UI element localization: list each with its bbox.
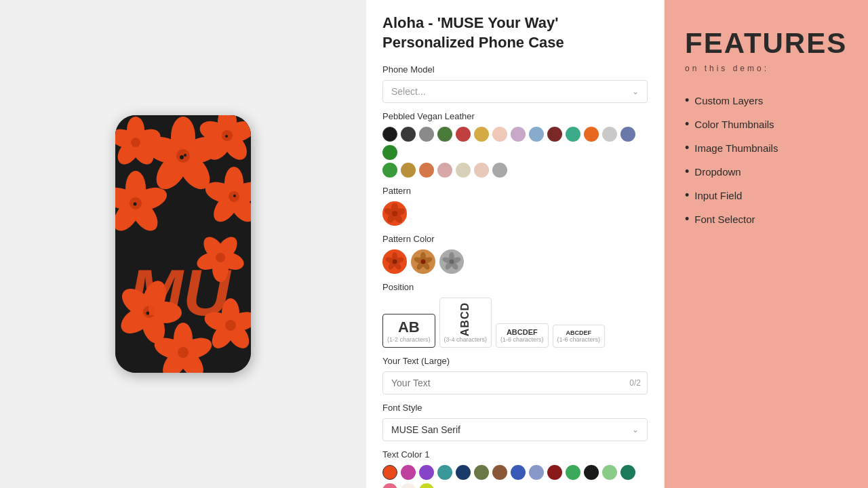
pattern-color-options bbox=[382, 249, 648, 274]
leather-color-swatch[interactable] bbox=[492, 163, 507, 178]
text-color1-swatch[interactable] bbox=[401, 483, 416, 488]
text-color1-swatch[interactable] bbox=[492, 465, 507, 480]
position-abcdef-xs-label: (1-6 characters) bbox=[557, 336, 601, 343]
text-color1-label: Text Color 1 bbox=[382, 449, 648, 460]
text-color1-swatch[interactable] bbox=[419, 483, 434, 488]
text-color1-swatch[interactable] bbox=[474, 465, 489, 480]
position-options: AB (1-2 characters) ABCD (3-4 characters… bbox=[382, 298, 648, 348]
product-title: Aloha - 'MUSE Your Way' Personalized Pho… bbox=[382, 14, 648, 52]
phone-model-label: Phone Model bbox=[382, 64, 648, 75]
position-abcdef-sm-text: ABCDEF bbox=[507, 328, 538, 336]
phone-case-preview: MU bbox=[115, 115, 251, 373]
leather-color-swatch[interactable] bbox=[401, 127, 416, 142]
leather-color-swatch[interactable] bbox=[566, 127, 580, 142]
position-abcdef-xs[interactable]: ABCDEF (1-6 characters) bbox=[553, 325, 606, 348]
position-abcdef-sm-label: (1-6 characters) bbox=[500, 336, 544, 343]
pattern-thumb-flower[interactable] bbox=[382, 201, 407, 226]
leather-color-swatch[interactable] bbox=[492, 127, 507, 142]
leather-color-swatch[interactable] bbox=[529, 127, 544, 142]
text-color1-swatch[interactable] bbox=[437, 465, 452, 480]
leather-color-swatch[interactable] bbox=[511, 127, 526, 142]
leather-label: Pebbled Vegan Leather bbox=[382, 111, 648, 121]
leather-color-swatch[interactable] bbox=[547, 127, 562, 142]
svg-point-8 bbox=[184, 154, 186, 157]
text-color1-swatch[interactable] bbox=[566, 465, 580, 480]
svg-point-15 bbox=[225, 135, 228, 138]
svg-text:MU: MU bbox=[129, 256, 232, 329]
leather-color-swatch[interactable] bbox=[620, 127, 635, 142]
leather-color-row2 bbox=[382, 163, 648, 178]
pattern-color-thumb[interactable] bbox=[382, 249, 407, 274]
chevron-down-icon: ⌄ bbox=[632, 87, 639, 96]
phone-model-placeholder: Select... bbox=[391, 86, 426, 97]
text-color1-swatch[interactable] bbox=[382, 465, 397, 480]
leather-color-swatch[interactable] bbox=[456, 127, 471, 142]
leather-color-swatch[interactable] bbox=[437, 163, 452, 178]
text-color1-swatch[interactable] bbox=[602, 465, 617, 480]
feature-item: Font Selector bbox=[685, 212, 848, 226]
text-color1-swatch[interactable] bbox=[547, 465, 562, 480]
position-abcd-label: (3-4 characters) bbox=[444, 336, 488, 343]
svg-point-28 bbox=[131, 138, 140, 147]
position-abcdef-xs-text: ABCDEF bbox=[566, 329, 592, 336]
pattern-color-thumb[interactable] bbox=[439, 249, 464, 274]
position-ab-text: AB bbox=[398, 319, 420, 336]
leather-color-row1 bbox=[382, 127, 648, 160]
svg-point-79 bbox=[421, 260, 426, 264]
svg-point-67 bbox=[392, 211, 397, 216]
pattern-label: Pattern bbox=[382, 186, 648, 196]
feature-item: Color Thumbnails bbox=[685, 117, 848, 131]
leather-color-swatch[interactable] bbox=[401, 163, 416, 178]
leather-color-swatch[interactable] bbox=[382, 163, 397, 178]
text-color1-swatch[interactable] bbox=[511, 465, 526, 480]
phone-model-dropdown[interactable]: Select... ⌄ bbox=[382, 80, 648, 103]
position-ab-label: (1-2 characters) bbox=[387, 336, 431, 343]
text-color1-row1 bbox=[382, 465, 648, 488]
phone-case-image: MU bbox=[115, 115, 251, 373]
text-color1-swatch[interactable] bbox=[529, 465, 544, 480]
leather-color-swatch[interactable] bbox=[419, 163, 434, 178]
leather-color-swatch[interactable] bbox=[419, 127, 434, 142]
svg-point-60 bbox=[178, 347, 189, 358]
font-style-dropdown[interactable]: MUSE San Serif ⌄ bbox=[382, 418, 648, 441]
font-style-value: MUSE San Serif bbox=[391, 424, 460, 435]
leather-color-swatch[interactable] bbox=[584, 127, 599, 142]
features-list: Custom LayersColor ThumbnailsImage Thumb… bbox=[685, 94, 848, 236]
leather-color-swatch[interactable] bbox=[474, 127, 489, 142]
feature-item: Input Field bbox=[685, 188, 848, 203]
svg-point-35 bbox=[233, 195, 236, 197]
text-color1-swatch[interactable] bbox=[401, 465, 416, 480]
text-color1-swatch[interactable] bbox=[419, 465, 434, 480]
your-text-input[interactable] bbox=[382, 371, 648, 394]
feature-item: Custom Layers bbox=[685, 94, 848, 108]
svg-point-73 bbox=[393, 260, 397, 264]
your-text-label: Your Text (Large) bbox=[382, 356, 648, 366]
pattern-color-thumb[interactable] bbox=[411, 249, 435, 274]
text-color1-swatch[interactable] bbox=[382, 483, 397, 488]
feature-item: Image Thumbnails bbox=[685, 141, 848, 155]
features-subtitle: on this demo: bbox=[685, 64, 848, 73]
text-color1-swatch[interactable] bbox=[456, 465, 471, 480]
leather-color-swatch[interactable] bbox=[474, 163, 489, 178]
leather-color-swatch[interactable] bbox=[382, 127, 397, 142]
chevron-down-icon-font: ⌄ bbox=[632, 425, 639, 434]
leather-color-swatch[interactable] bbox=[602, 127, 617, 142]
leather-color-swatch[interactable] bbox=[456, 163, 471, 178]
position-abcdef-sm[interactable]: ABCDEF (1-6 characters) bbox=[496, 323, 549, 348]
feature-item: Dropdown bbox=[685, 165, 848, 179]
features-title: FEATURES bbox=[685, 27, 848, 60]
text-color1-swatch[interactable] bbox=[620, 465, 635, 480]
position-ab[interactable]: AB (1-2 characters) bbox=[382, 314, 435, 348]
position-abcd[interactable]: ABCD (3-4 characters) bbox=[439, 298, 492, 348]
text-color1-swatch[interactable] bbox=[584, 465, 599, 480]
leather-color-swatch[interactable] bbox=[382, 145, 397, 160]
your-text-wrapper: 0/2 bbox=[382, 371, 648, 394]
font-style-label: Font Style bbox=[382, 403, 648, 413]
product-preview-panel: MU bbox=[0, 0, 366, 488]
position-abcd-text: ABCD bbox=[459, 302, 471, 336]
svg-point-22 bbox=[134, 203, 137, 206]
leather-color-swatch[interactable] bbox=[437, 127, 452, 142]
pattern-options bbox=[382, 201, 648, 226]
position-label: Position bbox=[382, 282, 648, 292]
product-config-panel: Aloha - 'MUSE Your Way' Personalized Pho… bbox=[366, 0, 665, 488]
